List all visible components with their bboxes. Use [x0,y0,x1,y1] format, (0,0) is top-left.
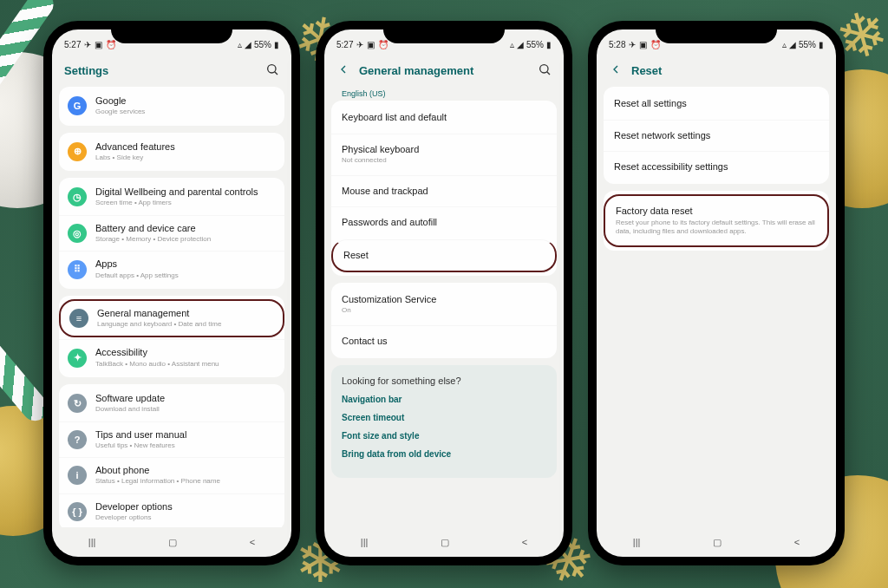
setting-row-contact-us[interactable]: Contact us [331,325,557,356]
language-link[interactable]: English (US) [331,87,557,101]
advanced-features-icon: ⊕ [68,142,87,161]
nav-recents[interactable]: ||| [616,532,658,552]
setting-row-apps[interactable]: ⠿AppsDefault apps • App settings [59,251,284,287]
nav-back[interactable]: < [505,532,545,552]
extras-link-screen-timeout[interactable]: Screen timeout [342,413,546,422]
developer-options-icon: { } [68,502,87,521]
setting-row-software-update[interactable]: ↻Software updateDownload and install [59,386,284,421]
about-phone-icon: i [68,466,87,485]
row-title: General management [97,308,274,319]
titlebar: General management [324,54,564,87]
setting-row-factory-data-reset[interactable]: Factory data resetReset your phone to it… [604,194,829,247]
row-title: Physical keyboard [342,144,546,155]
titlebar: Reset [597,54,836,87]
setting-row-battery-and-device-care[interactable]: ◎Battery and device careStorage • Memory… [59,215,284,252]
search-icon[interactable] [538,62,552,78]
alarm-icon: ⏰ [650,40,661,49]
notification-icon: ▣ [95,40,102,49]
row-title: Accessibility [95,347,276,358]
google-icon: G [68,96,87,115]
extras-link-bring-data-from-old-device[interactable]: Bring data from old device [342,449,546,459]
setting-row-reset-accessibility-settings[interactable]: Reset accessibility settings [604,151,829,182]
settings-group: Keyboard list and defaultPhysical keyboa… [331,101,557,276]
row-title: Factory data reset [616,206,817,217]
setting-row-keyboard-list-and-default[interactable]: Keyboard list and default [331,102,557,134]
setting-row-reset[interactable]: Reset [331,239,557,272]
notification-icon: ▣ [639,40,647,49]
nav-home[interactable]: ▢ [695,532,739,553]
setting-row-digital-wellbeing-and-parental-controls[interactable]: ◷Digital Wellbeing and parental controls… [59,180,284,215]
battery-icon: ▮ [546,40,552,49]
status-time: 5:28 [609,40,625,49]
nav-home[interactable]: ▢ [151,532,194,553]
nav-home[interactable]: ▢ [423,532,467,553]
settings-group: Factory data resetReset your phone to it… [604,191,829,251]
svg-line-3 [547,72,550,75]
setting-row-reset-all-settings[interactable]: Reset all settings [604,88,829,120]
row-title: Contact us [342,336,546,347]
setting-row-customization-service[interactable]: Customization ServiceOn [331,284,557,325]
setting-row-reset-network-settings[interactable]: Reset network settings [604,120,829,151]
setting-row-accessibility[interactable]: ✦AccessibilityTalkBack • Mono audio • As… [59,339,284,376]
row-subtitle: Labs • Side key [95,154,276,162]
row-subtitle: Google services [95,108,276,116]
phone-frame-3: 5:28 ✈ ▣ ⏰ ▵ ◢ 55% ▮ Reset Reset all set… [588,21,845,565]
phone-frame-1: 5:27 ✈ ▣ ⏰ ▵ ◢ 55% ▮ Settings GGoogleGoo… [43,21,300,565]
setting-row-about-phone[interactable]: iAbout phoneStatus • Legal information •… [59,457,284,493]
row-subtitle: TalkBack • Mono audio • Assistant menu [95,360,276,369]
setting-row-physical-keyboard[interactable]: Physical keyboardNot connected [331,134,557,175]
android-navbar: ||| ▢ < [52,527,291,557]
looking-for-something-else: Looking for something else?Navigation ba… [331,365,557,478]
row-title: Tips and user manual [95,429,276,441]
setting-row-general-management[interactable]: ≡General managementLanguage and keyboard… [59,299,284,338]
wifi-icon: ▵ [238,40,242,49]
telegram-icon: ✈ [356,40,363,49]
back-button[interactable] [336,62,350,78]
digital-wellbeing-and-parental-controls-icon: ◷ [68,187,87,206]
status-time: 5:27 [64,40,81,49]
nav-recents[interactable]: ||| [343,532,386,552]
row-subtitle: Language and keyboard • Date and time [97,320,274,329]
wifi-icon: ▵ [510,40,514,49]
row-title: About phone [95,465,276,476]
screen-reset: 5:28 ✈ ▣ ⏰ ▵ ◢ 55% ▮ Reset Reset all set… [597,29,836,557]
nav-recents[interactable]: ||| [71,532,114,552]
search-icon[interactable] [265,62,279,78]
row-title: Mouse and trackpad [342,186,546,197]
extras-link-font-size-and-style[interactable]: Font size and style [342,431,546,441]
row-subtitle: Developer options [95,513,276,522]
wifi-icon: ▵ [782,40,787,49]
titlebar: Settings [52,54,291,87]
svg-point-0 [268,65,276,73]
row-title: Apps [95,258,276,270]
battery-and-device-care-icon: ◎ [68,224,87,243]
software-update-icon: ↻ [68,394,87,413]
row-title: Reset all settings [614,98,819,109]
settings-group: ≡General managementLanguage and keyboard… [59,296,284,377]
extras-link-navigation-bar[interactable]: Navigation bar [342,395,546,404]
settings-group: Reset all settingsReset network settings… [604,87,829,184]
back-button[interactable] [609,62,623,78]
svg-point-2 [540,65,548,73]
row-subtitle: Reset your phone to its factory default … [616,219,817,237]
setting-row-passwords-and-autofill[interactable]: Passwords and autofill [331,206,557,238]
setting-row-advanced-features[interactable]: ⊕Advanced featuresLabs • Side key [59,134,284,170]
tips-and-user-manual-icon: ? [68,430,87,449]
battery-text: 55% [254,40,271,49]
nav-back[interactable]: < [232,532,272,552]
status-time: 5:27 [336,40,353,49]
battery-icon: ▮ [274,40,279,49]
row-title: Passwords and autofill [342,217,546,228]
setting-row-mouse-and-trackpad[interactable]: Mouse and trackpad [331,175,557,206]
settings-group: ↻Software updateDownload and install?Tip… [59,384,284,527]
nav-back[interactable]: < [777,532,817,552]
battery-icon: ▮ [819,40,824,49]
setting-row-developer-options[interactable]: { }Developer optionsDeveloper options [59,493,284,527]
row-title: Digital Wellbeing and parental controls [95,186,276,198]
signal-icon: ◢ [517,40,524,49]
setting-row-tips-and-user-manual[interactable]: ?Tips and user manualUseful tips • New f… [59,421,284,458]
settings-group: ⊕Advanced featuresLabs • Side key [59,133,284,172]
phone-notch [111,21,232,43]
row-subtitle: On [342,306,546,315]
setting-row-google[interactable]: GGoogleGoogle services [59,88,284,124]
